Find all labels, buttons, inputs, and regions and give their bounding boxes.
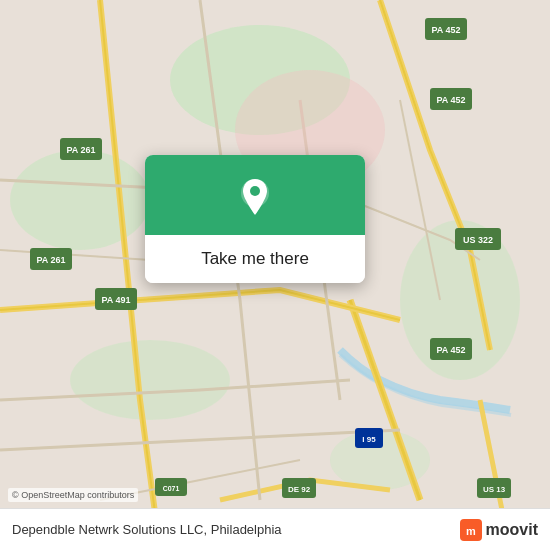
bottom-bar: Dependble Netwrk Solutions LLC, Philadel… [0,508,550,550]
svg-text:US 322: US 322 [463,235,493,245]
map-container: PA 452 PA 452 PA 261 PA 261 US 322 PA 49… [0,0,550,550]
svg-text:C071: C071 [163,485,180,492]
svg-text:DE 92: DE 92 [288,485,311,494]
map-attribution: © OpenStreetMap contributors [8,488,138,502]
location-pin-icon [233,175,277,219]
business-name: Dependble Netwrk Solutions LLC, Philadel… [12,522,282,537]
svg-point-2 [10,150,150,250]
svg-text:PA 452: PA 452 [431,25,460,35]
card-top-section [145,155,365,235]
svg-text:PA 261: PA 261 [66,145,95,155]
svg-text:PA 452: PA 452 [436,95,465,105]
svg-text:I 95: I 95 [362,435,376,444]
moovit-brand-text: moovit [486,521,538,539]
action-card: Take me there [145,155,365,283]
svg-text:PA 261: PA 261 [36,255,65,265]
moovit-logo: m moovit [460,519,538,541]
svg-point-30 [250,186,260,196]
svg-point-4 [70,340,230,420]
moovit-logo-icon: m [460,519,482,541]
svg-text:m: m [466,525,476,537]
svg-text:US 13: US 13 [483,485,506,494]
take-me-there-button[interactable]: Take me there [145,235,365,283]
svg-text:PA 491: PA 491 [101,295,130,305]
svg-text:PA 452: PA 452 [436,345,465,355]
